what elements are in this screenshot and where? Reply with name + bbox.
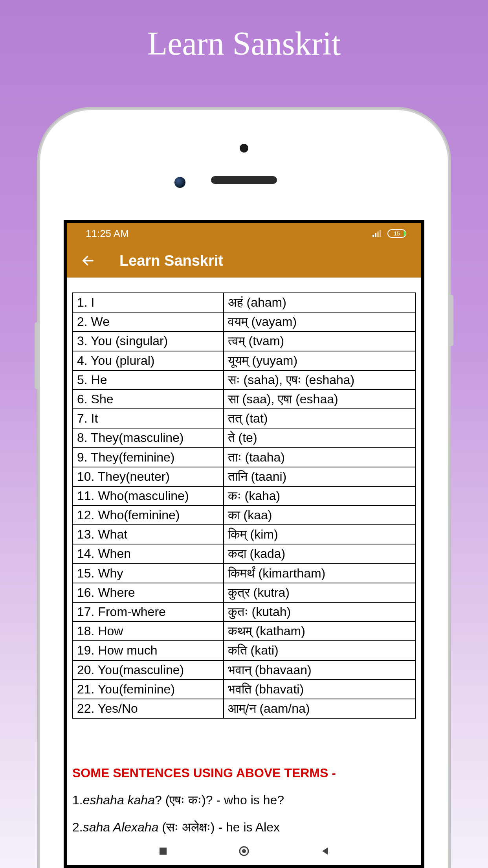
vocab-english: 8. They(masculine) bbox=[73, 428, 224, 447]
table-row: 12. Who(feminine)का (kaa) bbox=[73, 506, 415, 525]
vocab-sanskrit: त्वम् (tvam) bbox=[224, 331, 415, 351]
sentence-italic: eshaha kaha bbox=[83, 793, 155, 807]
vocab-english: 1. I bbox=[73, 293, 224, 312]
vocab-english: 19. How much bbox=[73, 641, 224, 660]
table-row: 20. You(masculine)भवान् (bhavaan) bbox=[73, 660, 415, 680]
vocab-english: 10. They(neuter) bbox=[73, 467, 224, 486]
battery-icon: 15 bbox=[387, 229, 406, 238]
vocab-english: 22. Yes/No bbox=[73, 699, 224, 718]
content-area[interactable]: 1. Iअहं (aham)2. Weवयम् (vayam)3. You (s… bbox=[67, 278, 421, 835]
table-row: 14. Whenकदा (kada) bbox=[73, 544, 415, 563]
svg-point-7 bbox=[242, 849, 246, 853]
vocab-english: 5. He bbox=[73, 370, 224, 390]
status-bar: 11:25 AM 15 bbox=[67, 223, 421, 244]
vocab-english: 3. You (singular) bbox=[73, 331, 224, 351]
vocab-english: 11. Who(masculine) bbox=[73, 486, 224, 506]
sentence-rest: (सः अलेक्षः) - he is Alex bbox=[158, 820, 280, 834]
phone-sensor-dot bbox=[240, 144, 248, 153]
table-row: 11. Who(masculine)कः (kaha) bbox=[73, 486, 415, 506]
sentence-rest: ? (एषः कः)? - who is he? bbox=[155, 793, 284, 807]
vocab-sanskrit: भवान् (bhavaan) bbox=[224, 660, 415, 680]
table-row: 9. They(feminine)ताः (taaha) bbox=[73, 448, 415, 467]
vocabulary-table: 1. Iअहं (aham)2. Weवयम् (vayam)3. You (s… bbox=[72, 292, 416, 719]
page-title: Learn Sanskrit bbox=[0, 0, 488, 63]
vocab-english: 12. Who(feminine) bbox=[73, 506, 224, 525]
app-bar: Learn Sanskrit bbox=[67, 244, 421, 278]
vocab-english: 18. How bbox=[73, 622, 224, 641]
android-recent-button[interactable] bbox=[156, 844, 170, 858]
table-row: 17. From-whereकुतः (kutah) bbox=[73, 602, 415, 622]
vocab-sanskrit: कदा (kada) bbox=[224, 544, 415, 563]
table-row: 21. You(feminine)भवति (bhavati) bbox=[73, 680, 415, 699]
vocab-sanskrit: आम्/न (aam/na) bbox=[224, 699, 415, 718]
vocab-english: 13. What bbox=[73, 525, 224, 544]
vocab-english: 21. You(feminine) bbox=[73, 680, 224, 699]
vocab-sanskrit: कुत्र (kutra) bbox=[224, 583, 415, 602]
vocab-english: 15. Why bbox=[73, 564, 224, 583]
phone-side-button-left bbox=[35, 322, 39, 389]
table-row: 1. Iअहं (aham) bbox=[73, 293, 415, 312]
android-home-button[interactable] bbox=[237, 844, 251, 858]
vocab-sanskrit: ते (te) bbox=[224, 428, 415, 447]
vocab-english: 4. You (plural) bbox=[73, 351, 224, 370]
vocab-sanskrit: सः (saha), एषः (eshaha) bbox=[224, 370, 415, 390]
table-row: 16. Whereकुत्र (kutra) bbox=[73, 583, 415, 602]
table-row: 2. Weवयम् (vayam) bbox=[73, 312, 415, 331]
vocab-sanskrit: किमर्थं (kimartham) bbox=[224, 564, 415, 583]
status-right: 15 bbox=[372, 229, 406, 238]
sentence-number: 1. bbox=[72, 793, 83, 807]
sentence-number: 2. bbox=[72, 820, 83, 834]
table-row: 5. Heसः (saha), एषः (eshaha) bbox=[73, 370, 415, 390]
svg-rect-3 bbox=[380, 230, 381, 237]
table-row: 6. Sheसा (saa), एषा (eshaa) bbox=[73, 390, 415, 409]
table-row: 19. How muchकति (kati) bbox=[73, 641, 415, 660]
svg-rect-5 bbox=[160, 848, 167, 855]
table-row: 15. Whyकिमर्थं (kimartham) bbox=[73, 564, 415, 583]
vocab-sanskrit: भवति (bhavati) bbox=[224, 680, 415, 699]
vocab-english: 20. You(masculine) bbox=[73, 660, 224, 680]
app-screen: 11:25 AM 15 Learn Sanskrit bbox=[64, 220, 424, 868]
svg-rect-1 bbox=[375, 233, 376, 237]
table-row: 8. They(masculine)ते (te) bbox=[73, 428, 415, 447]
app-bar-title: Learn Sanskrit bbox=[119, 252, 223, 269]
vocab-sanskrit: कुतः (kutah) bbox=[224, 602, 415, 622]
android-nav-bar bbox=[67, 837, 421, 865]
svg-rect-0 bbox=[372, 235, 374, 237]
vocab-english: 14. When bbox=[73, 544, 224, 563]
svg-rect-2 bbox=[377, 232, 379, 237]
table-row: 4. You (plural)यूयम् (yuyam) bbox=[73, 351, 415, 370]
vocab-sanskrit: कथम् (katham) bbox=[224, 622, 415, 641]
battery-level: 15 bbox=[394, 230, 400, 237]
sentence-item: 1.eshaha kaha? (एषः कः)? - who is he? bbox=[72, 793, 416, 807]
vocab-english: 7. It bbox=[73, 409, 224, 428]
android-back-button[interactable] bbox=[318, 844, 332, 858]
table-row: 13. Whatकिम् (kim) bbox=[73, 525, 415, 544]
vocab-english: 6. She bbox=[73, 390, 224, 409]
phone-camera bbox=[174, 177, 185, 188]
vocab-english: 9. They(feminine) bbox=[73, 448, 224, 467]
vocab-english: 17. From-where bbox=[73, 602, 224, 622]
table-row: 18. Howकथम् (katham) bbox=[73, 622, 415, 641]
status-time: 11:25 AM bbox=[86, 228, 129, 240]
vocab-sanskrit: कः (kaha) bbox=[224, 486, 415, 506]
table-row: 22. Yes/Noआम्/न (aam/na) bbox=[73, 699, 415, 718]
vocab-english: 2. We bbox=[73, 312, 224, 331]
phone-speaker bbox=[211, 176, 277, 184]
sentences-heading: SOME SENTENCES USING ABOVE TERMS - bbox=[72, 766, 416, 780]
vocab-sanskrit: सा (saa), एषा (eshaa) bbox=[224, 390, 415, 409]
table-row: 10. They(neuter)तानि (taani) bbox=[73, 467, 415, 486]
sentence-item: 2.saha Alexaha (सः अलेक्षः) - he is Alex bbox=[72, 820, 416, 835]
vocab-sanskrit: अहं (aham) bbox=[224, 293, 415, 312]
vocab-english: 16. Where bbox=[73, 583, 224, 602]
vocab-sanskrit: कति (kati) bbox=[224, 641, 415, 660]
vocab-sanskrit: का (kaa) bbox=[224, 506, 415, 525]
vocab-sanskrit: यूयम् (yuyam) bbox=[224, 351, 415, 370]
vocab-sanskrit: वयम् (vayam) bbox=[224, 312, 415, 331]
vocab-sanskrit: ताः (taaha) bbox=[224, 448, 415, 467]
signal-icon bbox=[372, 230, 382, 237]
sentence-italic: saha Alexaha bbox=[83, 820, 159, 834]
vocab-sanskrit: किम् (kim) bbox=[224, 525, 415, 544]
vocab-sanskrit: तानि (taani) bbox=[224, 467, 415, 486]
back-button[interactable] bbox=[80, 253, 96, 268]
table-row: 3. You (singular)त्वम् (tvam) bbox=[73, 331, 415, 351]
